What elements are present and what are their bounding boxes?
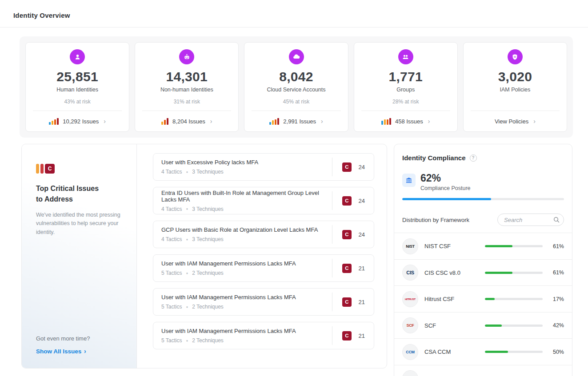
framework-percentage: 42% xyxy=(549,322,564,329)
dot-separator-icon: ● xyxy=(186,207,188,211)
critical-severity-badge: C xyxy=(342,230,352,239)
dot-separator-icon: ● xyxy=(186,339,188,343)
issue-techniques: 3 Techniques xyxy=(192,206,224,212)
critical-severity-badge: C xyxy=(342,196,352,206)
issue-row[interactable]: GCP Users with Basic Role at Organizatio… xyxy=(153,221,374,248)
issue-meta: 5 Tactics●2 Techniques xyxy=(161,337,332,344)
dot-separator-icon: ● xyxy=(186,305,188,309)
issue-techniques: 2 Techniques xyxy=(192,304,224,310)
issue-count: 24 xyxy=(352,231,365,238)
stat-label: Non-human Identities xyxy=(135,87,238,93)
stat-footer-link[interactable]: 10,292 Issues› xyxy=(26,111,129,131)
stat-footer-link[interactable]: 458 Issues› xyxy=(354,111,457,131)
top-critical-issues-card: C Top Critical Issues to Address We've i… xyxy=(21,144,387,368)
critical-severity-badge: C xyxy=(342,264,352,273)
critical-severity-badge: C xyxy=(342,297,352,307)
framework-name: CSA CCM xyxy=(424,348,485,355)
show-all-issues-link[interactable]: Show All Issues › xyxy=(36,348,124,355)
stat-value: 14,301 xyxy=(135,69,238,84)
framework-row-csa-ccm[interactable]: CCMCSA CCM50% xyxy=(394,338,572,365)
stat-footer-link[interactable]: View Policies› xyxy=(464,111,567,131)
identity-compliance-card: Identity Compliance ? 62% Compliance Pos… xyxy=(394,144,572,376)
issue-divider xyxy=(332,259,332,277)
issue-row[interactable]: Entra ID Users with Built-In Role at Man… xyxy=(153,187,374,214)
ccm-logo-icon: CCM xyxy=(402,370,418,376)
framework-percentage: 50% xyxy=(549,349,564,355)
stat-footer-label: 2,991 Issues xyxy=(283,118,316,125)
framework-progress-bar xyxy=(485,298,543,300)
issue-techniques: 2 Techniques xyxy=(192,337,224,344)
issue-tactics: 4 Tactics xyxy=(161,206,182,212)
stat-value: 8,042 xyxy=(244,69,348,84)
show-all-issues-label: Show All Issues xyxy=(36,348,81,355)
compliance-title: Identity Compliance xyxy=(402,154,466,162)
compliance-progress-bar xyxy=(402,198,564,200)
chevron-right-icon: › xyxy=(428,118,430,125)
stat-risk: 45% at risk xyxy=(244,99,348,105)
framework-list: NISTNIST CSF61%CISCIS CSC v8.061%HITRUST… xyxy=(394,233,572,376)
issue-row[interactable]: User with Excessive Policy lacks MFA4 Ta… xyxy=(153,153,374,181)
critical-panel-description: We've identified the most pressing vulne… xyxy=(36,211,124,237)
framework-search xyxy=(497,214,564,226)
stat-card-groups: 1,771Groups28% at risk458 Issues› xyxy=(354,42,458,132)
issue-main: User with IAM Management Permissions Lac… xyxy=(161,328,332,344)
issue-title: User with IAM Management Permissions Lac… xyxy=(161,260,332,267)
issue-title: User with IAM Management Permissions Lac… xyxy=(161,294,332,301)
framework-name: CIS CSC v8.0 xyxy=(424,269,485,276)
issue-main: User with Excessive Policy lacks MFA4 Ta… xyxy=(161,159,332,175)
stat-card-iam-policies: 3,020IAM PoliciesView Policies› xyxy=(463,42,567,132)
bank-icon xyxy=(402,174,416,187)
stat-footer-link[interactable]: 2,991 Issues› xyxy=(244,111,348,131)
issue-main: GCP Users with Basic Role at Organizatio… xyxy=(161,226,332,242)
issue-divider xyxy=(332,225,332,244)
issue-main: Entra ID Users with Built-In Role at Man… xyxy=(161,190,332,212)
stat-value: 3,020 xyxy=(464,69,567,84)
group-icon xyxy=(398,49,413,64)
framework-progress-fill xyxy=(485,245,512,247)
critical-severity-icon: C xyxy=(36,164,124,174)
issue-tactics: 5 Tactics xyxy=(161,337,182,344)
page-title: Identity Overview xyxy=(13,12,575,19)
nist-logo-icon: NIST xyxy=(402,238,418,254)
stat-value: 1,771 xyxy=(354,69,457,84)
dot-separator-icon: ● xyxy=(186,237,188,241)
issue-techniques: 2 Techniques xyxy=(192,270,224,276)
framework-row-hitrust-csf[interactable]: HITRUSTHitrust CSF17% xyxy=(394,285,572,312)
hitrust-logo-icon: HITRUST xyxy=(402,291,418,307)
stat-footer-link[interactable]: 8,204 Issues› xyxy=(135,111,238,131)
critical-badge-icon: C xyxy=(45,164,55,174)
stat-label: Cloud Service Accounts xyxy=(244,87,348,93)
stat-label: Groups xyxy=(354,87,457,93)
stat-footer-label: View Policies xyxy=(495,118,528,125)
stat-footer-label: 8,204 Issues xyxy=(172,118,205,125)
framework-row-scf[interactable]: SCFSCF42% xyxy=(394,312,572,339)
stat-card-cloud-service-accounts: 8,042Cloud Service Accounts45% at risk2,… xyxy=(244,42,348,132)
issue-tactics: 4 Tactics xyxy=(161,169,182,175)
issues-bar-chart-icon xyxy=(161,118,168,125)
framework-progress-bar xyxy=(485,272,543,274)
framework-progress-bar xyxy=(485,351,543,353)
framework-name: SCF xyxy=(424,322,485,329)
issue-tactics: 4 Tactics xyxy=(161,236,182,242)
issue-row[interactable]: User with IAM Management Permissions Lac… xyxy=(153,254,374,282)
issue-row[interactable]: User with IAM Management Permissions Lac… xyxy=(153,288,374,316)
stat-label: Human Identities xyxy=(26,87,129,93)
issue-title: User with Excessive Policy lacks MFA xyxy=(161,159,332,166)
issue-divider xyxy=(332,158,332,176)
stats-panel: 25,851Human Identities43% at risk10,292 … xyxy=(20,36,573,138)
severity-bar-orange-icon xyxy=(36,164,39,174)
issue-main: User with IAM Management Permissions Lac… xyxy=(161,260,332,276)
help-icon[interactable]: ? xyxy=(470,154,477,162)
scf-logo-icon: SCF xyxy=(402,317,418,333)
framework-row-nist-csf[interactable]: NISTNIST CSF61% xyxy=(394,233,572,259)
chevron-right-icon: › xyxy=(321,118,323,125)
distribution-label: Distribution by Framework xyxy=(402,217,469,223)
framework-row-cis-csc-v8-0[interactable]: CISCIS CSC v8.061% xyxy=(394,259,572,286)
cloud-icon xyxy=(289,49,304,64)
distribution-row: Distribution by Framework xyxy=(402,214,564,226)
stat-risk: 28% at risk xyxy=(354,99,457,105)
issue-row[interactable]: User with IAM Management Permissions Lac… xyxy=(153,322,374,349)
framework-row-csa-ccm[interactable]: CCMCSA CCM50% xyxy=(394,365,572,376)
main-row: C Top Critical Issues to Address We've i… xyxy=(21,144,588,376)
critical-panel-title: Top Critical Issues to Address xyxy=(36,183,124,205)
